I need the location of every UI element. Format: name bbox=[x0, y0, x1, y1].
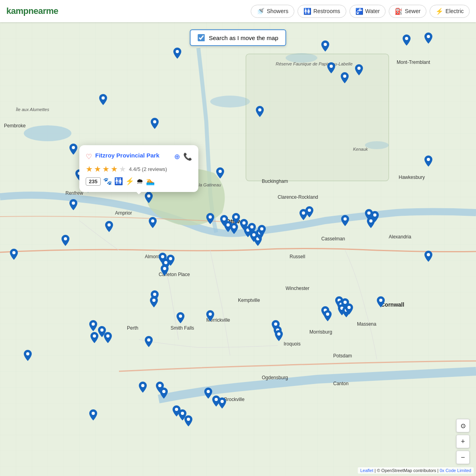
map-marker[interactable] bbox=[345, 303, 353, 315]
header: kampnearme 🚿Showers🚻Restrooms🚰Water⛽Sewe… bbox=[0, 0, 476, 22]
map-marker[interactable] bbox=[341, 215, 349, 226]
svg-point-79 bbox=[215, 398, 218, 401]
phone-icon[interactable]: 📞 bbox=[183, 152, 192, 161]
map-marker[interactable] bbox=[275, 330, 283, 341]
svg-point-51 bbox=[163, 267, 166, 270]
svg-point-16 bbox=[153, 120, 156, 123]
svg-point-29 bbox=[234, 215, 238, 219]
map-marker[interactable] bbox=[258, 225, 266, 236]
map-marker[interactable] bbox=[145, 336, 153, 347]
svg-point-78 bbox=[207, 390, 210, 393]
map-marker[interactable] bbox=[89, 409, 97, 420]
map-marker[interactable] bbox=[424, 251, 432, 262]
map-marker[interactable] bbox=[161, 265, 169, 276]
zoom-out-button[interactable]: − bbox=[456, 451, 470, 464]
map-marker[interactable] bbox=[149, 217, 157, 228]
map-marker[interactable] bbox=[232, 213, 240, 224]
map-marker[interactable] bbox=[256, 106, 264, 117]
map-marker[interactable] bbox=[206, 213, 214, 224]
map-marker[interactable] bbox=[177, 312, 184, 323]
zoom-in-button[interactable]: + bbox=[456, 435, 470, 448]
svg-point-8 bbox=[176, 50, 179, 53]
svg-point-23 bbox=[147, 194, 150, 198]
favorite-icon[interactable]: ♡ bbox=[86, 152, 92, 161]
park-name[interactable]: Fitzroy Provincial Park bbox=[95, 152, 171, 159]
map-marker[interactable] bbox=[327, 62, 335, 73]
map-marker[interactable] bbox=[403, 35, 411, 46]
map-marker[interactable] bbox=[173, 48, 181, 59]
map-marker[interactable] bbox=[69, 199, 77, 210]
map-marker[interactable] bbox=[99, 94, 107, 105]
svg-point-54 bbox=[152, 299, 155, 302]
popup-header: ♡ Fitzroy Provincial Park ⊕ 📞 bbox=[86, 152, 192, 161]
svg-point-56 bbox=[209, 313, 212, 316]
water-icon: 🚰 bbox=[355, 8, 363, 15]
svg-point-68 bbox=[379, 299, 382, 302]
search-move-bar[interactable]: Search as I move the map bbox=[190, 29, 286, 46]
map-marker[interactable] bbox=[204, 388, 212, 399]
map-marker[interactable] bbox=[299, 209, 307, 220]
map-marker[interactable] bbox=[105, 221, 113, 232]
map-marker[interactable] bbox=[150, 296, 158, 307]
svg-point-72 bbox=[93, 334, 96, 338]
map-marker[interactable] bbox=[61, 235, 69, 246]
map-marker[interactable] bbox=[90, 332, 98, 343]
map-marker[interactable] bbox=[216, 167, 224, 178]
map-marker[interactable] bbox=[89, 320, 97, 331]
svg-point-84 bbox=[92, 412, 95, 415]
showers-amenity-icon: 🌧 bbox=[136, 177, 144, 186]
svg-point-12 bbox=[357, 67, 361, 70]
leaflet-link[interactable]: Leaflet bbox=[360, 468, 373, 473]
map-marker[interactable] bbox=[355, 64, 363, 75]
filter-showers[interactable]: 🚿Showers bbox=[251, 5, 294, 18]
map-marker[interactable] bbox=[24, 350, 32, 361]
electric-icon: ⚡ bbox=[436, 8, 443, 15]
map-marker[interactable] bbox=[321, 40, 329, 52]
map-marker[interactable] bbox=[145, 192, 153, 203]
map-marker[interactable] bbox=[324, 310, 332, 321]
map-marker[interactable] bbox=[371, 211, 379, 222]
search-move-checkbox[interactable] bbox=[198, 34, 205, 41]
svg-point-27 bbox=[226, 223, 230, 226]
app-logo[interactable]: kampnearme bbox=[6, 6, 58, 16]
map-marker[interactable] bbox=[151, 118, 159, 129]
star-1: ★ bbox=[86, 164, 93, 174]
map-marker[interactable] bbox=[184, 415, 192, 426]
code-link[interactable]: 0x Code Limited bbox=[440, 468, 472, 473]
filter-restrooms[interactable]: 🚻Restrooms bbox=[298, 5, 346, 18]
map-marker[interactable] bbox=[424, 155, 432, 167]
map-marker[interactable] bbox=[167, 255, 175, 266]
electric-amenity-icon: ⚡ bbox=[125, 177, 134, 186]
park-popup: ♡ Fitzroy Provincial Park ⊕ 📞 ★ ★ ★ ★ ★ … bbox=[79, 145, 198, 192]
svg-point-76 bbox=[158, 384, 161, 387]
svg-point-36 bbox=[260, 227, 263, 230]
directions-icon[interactable]: ⊕ bbox=[174, 152, 180, 161]
map-marker[interactable] bbox=[377, 296, 385, 307]
svg-point-28 bbox=[232, 225, 236, 228]
svg-point-21 bbox=[72, 202, 75, 205]
map-marker[interactable] bbox=[206, 310, 214, 321]
filter-bar: 🚿Showers🚻Restrooms🚰Water⛽Sewer⚡Electric bbox=[251, 5, 470, 18]
map-marker[interactable] bbox=[230, 223, 238, 234]
map-container[interactable]: Île aux AlumettesPembrokeRenfrewArnprior… bbox=[0, 22, 476, 476]
map-marker[interactable] bbox=[139, 382, 147, 393]
map-marker[interactable] bbox=[10, 249, 18, 260]
locate-button[interactable]: ⊙ bbox=[456, 419, 470, 432]
swimming-icon: 🏊 bbox=[146, 177, 155, 186]
svg-point-10 bbox=[102, 96, 105, 100]
svg-point-80 bbox=[221, 400, 224, 403]
map-marker[interactable] bbox=[69, 144, 77, 155]
electric-label: Electric bbox=[445, 8, 464, 14]
map-marker[interactable] bbox=[424, 33, 432, 44]
map-marker[interactable] bbox=[160, 388, 168, 399]
filter-water[interactable]: 🚰Water bbox=[349, 5, 386, 18]
svg-point-46 bbox=[151, 219, 154, 223]
svg-point-26 bbox=[223, 217, 226, 221]
filter-sewer[interactable]: ⛽Sewer bbox=[389, 5, 426, 18]
map-marker[interactable] bbox=[218, 397, 226, 409]
svg-point-17 bbox=[72, 146, 75, 149]
map-marker[interactable] bbox=[104, 332, 112, 343]
search-move-label[interactable]: Search as I move the map bbox=[209, 35, 278, 41]
filter-electric[interactable]: ⚡Electric bbox=[430, 5, 470, 18]
map-marker[interactable] bbox=[341, 72, 349, 83]
